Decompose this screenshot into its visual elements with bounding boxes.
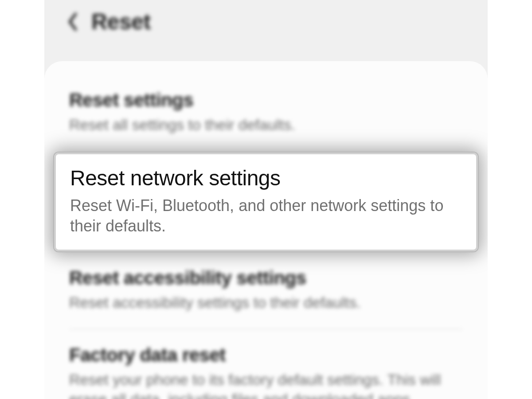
settings-card: Reset settings Reset all settings to the… bbox=[44, 61, 488, 399]
page-title: Reset bbox=[91, 9, 151, 35]
device-frame: Reset Reset settings Reset all settings … bbox=[44, 0, 488, 399]
header: Reset bbox=[44, 0, 488, 61]
item-factory-data-reset[interactable]: Factory data reset Reset your phone to i… bbox=[44, 334, 488, 399]
item-reset-accessibility-settings[interactable]: Reset accessibility settings Reset acces… bbox=[44, 257, 488, 325]
item-title: Factory data reset bbox=[69, 344, 463, 366]
page-root: Reset Reset settings Reset all settings … bbox=[0, 0, 532, 399]
item-reset-settings[interactable]: Reset settings Reset all settings to the… bbox=[44, 79, 488, 147]
divider bbox=[69, 329, 463, 329]
item-description: Reset Wi-Fi, Bluetooth, and other networ… bbox=[70, 196, 462, 236]
item-title: Reset network settings bbox=[70, 166, 462, 190]
item-title: Reset settings bbox=[69, 90, 463, 111]
item-reset-network-settings[interactable]: Reset network settings Reset Wi-Fi, Blue… bbox=[53, 152, 479, 252]
item-description: Reset your phone to its factory default … bbox=[69, 370, 463, 399]
item-title: Reset accessibility settings bbox=[69, 267, 463, 289]
item-description: Reset all settings to their defaults. bbox=[69, 115, 463, 135]
item-description: Reset accessibility settings to their de… bbox=[69, 293, 463, 313]
back-icon[interactable] bbox=[62, 11, 83, 32]
